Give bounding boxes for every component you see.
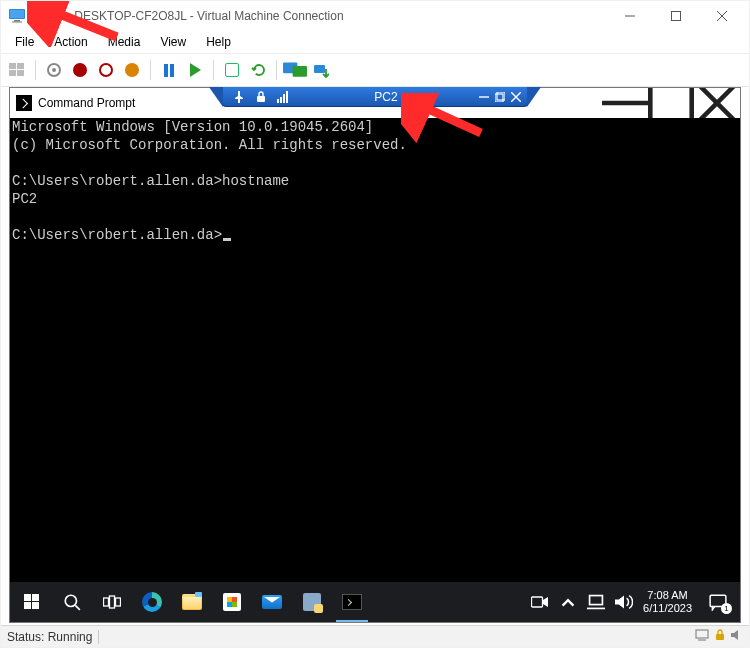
- connbar-minimize-button[interactable]: [479, 92, 489, 102]
- tray-meetnow-icon: [531, 593, 549, 611]
- svg-rect-29: [283, 94, 285, 103]
- cmd-maximize-button[interactable]: [648, 88, 694, 118]
- cmd-close-button[interactable]: [694, 88, 740, 118]
- vm-display[interactable]: Command Prompt Microsoft Windows [Versio…: [9, 87, 741, 623]
- taskbar-notifications-button[interactable]: 1: [698, 582, 738, 622]
- hv-maximize-button[interactable]: [653, 1, 699, 31]
- tray-volume-icon[interactable]: [615, 593, 633, 611]
- tray-overflow-icon[interactable]: [559, 593, 577, 611]
- svg-rect-27: [277, 99, 279, 103]
- svg-rect-21: [532, 597, 543, 607]
- checkpoint-button[interactable]: [220, 58, 244, 82]
- taskbar-edge-button[interactable]: [132, 582, 172, 622]
- status-text: Status: Running: [7, 630, 92, 644]
- clock-time: 7:08 AM: [643, 589, 692, 602]
- taskbar-devices-button[interactable]: [292, 582, 332, 622]
- hv-window-controls: [607, 1, 745, 31]
- rdp-connection-bar[interactable]: PC2: [222, 87, 528, 107]
- hv-window-title: PC1 on DESKTOP-CF2O8JL - Virtual Machine…: [31, 9, 344, 23]
- connbar-close-button[interactable]: [511, 92, 521, 102]
- hv-status-bar: Status: Running: [1, 625, 749, 647]
- vm-taskbar: 7:08 AM 6/11/2023 1: [10, 582, 740, 622]
- taskbar-explorer-button[interactable]: [172, 582, 212, 622]
- notification-count: 1: [721, 603, 732, 614]
- hv-toolbar: [1, 53, 749, 87]
- svg-rect-26: [257, 96, 265, 102]
- connbar-restore-button[interactable]: [495, 92, 505, 102]
- svg-line-17: [75, 605, 80, 610]
- svg-rect-19: [110, 596, 115, 608]
- connection-bar-title: PC2: [299, 90, 473, 104]
- clock-date: 6/11/2023: [643, 602, 692, 615]
- svg-rect-38: [716, 634, 724, 640]
- pause-button[interactable]: [157, 58, 181, 82]
- cmd-minimize-button[interactable]: [602, 88, 648, 118]
- ctrl-alt-del-button[interactable]: [5, 58, 29, 82]
- cmd-prompt-icon: [16, 95, 32, 111]
- svg-rect-5: [672, 12, 681, 21]
- hv-titlebar[interactable]: PC1 on DESKTOP-CF2O8JL - Virtual Machine…: [1, 1, 749, 31]
- cmd-prompt-line: C:\Users\robert.allen.da>: [12, 227, 222, 243]
- start-menu-button[interactable]: [12, 582, 52, 622]
- svg-rect-36: [696, 630, 708, 638]
- revert-button[interactable]: [246, 58, 270, 82]
- taskbar-clock[interactable]: 7:08 AM 6/11/2023: [643, 589, 692, 615]
- save-button[interactable]: [120, 58, 144, 82]
- svg-rect-9: [293, 66, 307, 77]
- svg-rect-18: [104, 598, 109, 606]
- svg-rect-30: [286, 91, 288, 103]
- cmd-body[interactable]: Microsoft Windows [Version 10.0.19045.26…: [10, 118, 740, 582]
- svg-rect-3: [12, 22, 22, 23]
- cmd-line: Microsoft Windows [Version 10.0.19045.26…: [12, 119, 373, 135]
- pin-icon[interactable]: [233, 91, 245, 103]
- status-nic-icon: [695, 629, 709, 644]
- menu-file[interactable]: File: [5, 33, 44, 51]
- cmd-window-title: Command Prompt: [38, 96, 135, 110]
- cmd-line: (c) Microsoft Corporation. All rights re…: [12, 137, 407, 153]
- menu-action[interactable]: Action: [44, 33, 97, 51]
- svg-rect-32: [497, 92, 505, 100]
- svg-point-16: [65, 595, 76, 606]
- taskbar-mail-button[interactable]: [252, 582, 292, 622]
- vm-monitor-icon: [9, 9, 25, 23]
- hv-minimize-button[interactable]: [607, 1, 653, 31]
- start-button[interactable]: [42, 58, 66, 82]
- tray-network-icon[interactable]: [587, 593, 605, 611]
- menu-help[interactable]: Help: [196, 33, 241, 51]
- taskbar-store-button[interactable]: [212, 582, 252, 622]
- status-speaker-icon: [731, 629, 743, 644]
- lock-icon: [255, 91, 267, 103]
- cmd-cursor: [223, 238, 231, 241]
- svg-rect-28: [280, 97, 282, 103]
- taskbar-taskview-button[interactable]: [92, 582, 132, 622]
- hv-menubar: File Action Media View Help: [1, 31, 749, 53]
- svg-rect-1: [10, 10, 24, 18]
- share-button[interactable]: [309, 58, 333, 82]
- menu-media[interactable]: Media: [98, 33, 151, 51]
- shutdown-button[interactable]: [94, 58, 118, 82]
- status-lock-icon: [715, 629, 725, 644]
- hv-close-button[interactable]: [699, 1, 745, 31]
- signal-icon: [277, 91, 289, 103]
- taskbar-cmd-button[interactable]: [332, 582, 372, 622]
- svg-rect-25: [238, 99, 240, 103]
- menu-view[interactable]: View: [150, 33, 196, 51]
- reset-button[interactable]: [183, 58, 207, 82]
- svg-rect-33: [495, 94, 503, 102]
- cmd-line: PC2: [12, 191, 37, 207]
- cmd-line: C:\Users\robert.allen.da>hostname: [12, 173, 289, 189]
- taskbar-tray: 7:08 AM 6/11/2023: [525, 589, 698, 615]
- svg-rect-20: [116, 598, 121, 606]
- svg-rect-22: [590, 596, 603, 605]
- taskbar-search-button[interactable]: [52, 582, 92, 622]
- turnoff-button[interactable]: [68, 58, 92, 82]
- svg-rect-2: [14, 20, 20, 22]
- enhanced-session-button[interactable]: [283, 58, 307, 82]
- svg-rect-10: [314, 65, 325, 73]
